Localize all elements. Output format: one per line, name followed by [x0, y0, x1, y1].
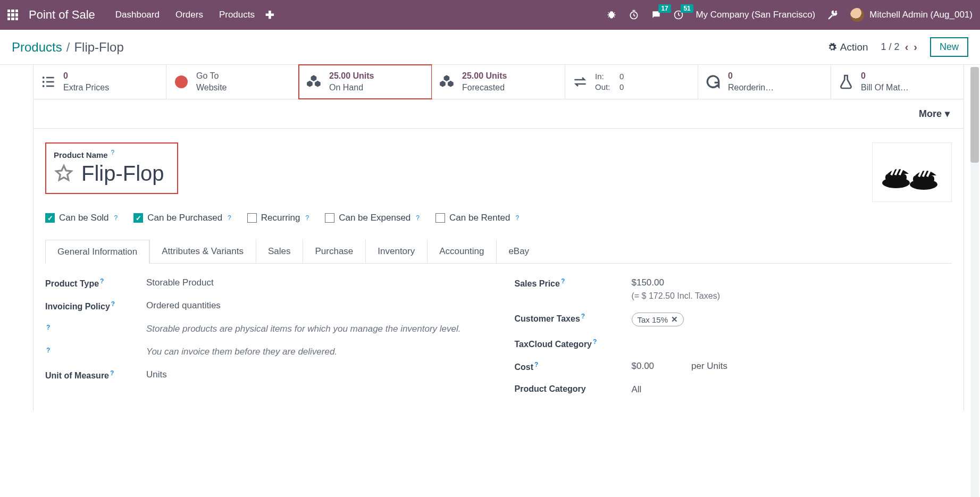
nav-dashboard[interactable]: Dashboard [115, 10, 160, 20]
add-menu-icon[interactable]: ✚ [265, 9, 274, 21]
check-can-be-purchased[interactable]: ✓Can be Purchased? [133, 213, 231, 223]
uom-value[interactable]: Units [146, 369, 483, 380]
stat-reordering-value: 0 [728, 70, 774, 82]
category-value[interactable]: All [632, 384, 952, 395]
activities-icon[interactable]: 51 [673, 10, 684, 20]
globe-icon [173, 73, 190, 90]
scrollbar-thumb[interactable] [970, 67, 979, 163]
check-can-be-expensed[interactable]: Can be Expensed? [325, 213, 420, 223]
messages-icon[interactable]: 17 [651, 10, 661, 20]
stat-on-hand-value: 25.00 Units [329, 70, 374, 82]
product-image[interactable] [872, 142, 952, 202]
user-menu[interactable]: Mitchell Admin (Aug_001) [850, 8, 973, 22]
field-sales-price: Sales Price? $150.00 (= $ 172.50 Incl. T… [515, 277, 952, 301]
help-icon[interactable]: ? [515, 214, 519, 222]
stat-forecasted[interactable]: 25.00 UnitsForecasted [432, 65, 565, 99]
stat-forecasted-value: 25.00 Units [462, 70, 507, 82]
favorite-star-icon[interactable] [54, 163, 74, 183]
sales-price-value[interactable]: $150.00 [632, 277, 952, 288]
more-button[interactable]: More ▾ [919, 108, 950, 120]
invoicing-value[interactable]: Ordered quantities [146, 300, 483, 311]
note2-text: You can invoice them before they are del… [146, 347, 483, 357]
sales-price-incl: (= $ 172.50 Incl. Taxes) [632, 291, 952, 301]
stat-extra-prices-value: 0 [63, 70, 109, 82]
help-icon[interactable]: ? [114, 214, 118, 222]
help-icon[interactable]: ? [111, 300, 115, 308]
product-form: Product Name ? Flip-Flop [33, 129, 964, 411]
stat-extra-prices[interactable]: 0Extra Prices [33, 65, 166, 99]
check-recurring[interactable]: Recurring? [247, 213, 309, 223]
cost-label: Cost [515, 363, 534, 372]
tab-attributes-variants[interactable]: Attributes & Variants [149, 239, 256, 263]
uom-label: Unit of Measure [45, 372, 109, 381]
product-type-value[interactable]: Storable Product [146, 277, 483, 288]
product-options: ✓Can be Sold? ✓Can be Purchased? Recurri… [45, 213, 952, 223]
tax-tag[interactable]: Tax 15%✕ [632, 313, 684, 326]
nav-products[interactable]: Products [219, 10, 255, 20]
app-brand[interactable]: Point of Sale [29, 8, 95, 22]
product-name-input[interactable]: Flip-Flop [81, 162, 164, 186]
stat-transfers[interactable]: In:0 Out:0 [565, 65, 698, 99]
svg-point-4 [43, 81, 45, 83]
stat-out-value: 0 [619, 82, 624, 92]
check-can-be-rented[interactable]: Can be Rented? [435, 213, 519, 223]
pager-text[interactable]: 1 / 2 [881, 41, 900, 53]
company-selector[interactable]: My Company (San Francisco) [696, 10, 815, 20]
stat-website[interactable]: Go ToWebsite [166, 65, 299, 99]
nav-orders[interactable]: Orders [175, 10, 203, 20]
stat-reordering-label: Reorderin… [728, 82, 774, 94]
vertical-scrollbar[interactable] [970, 67, 979, 411]
tab-general-information[interactable]: General Information [45, 240, 149, 264]
stat-reordering[interactable]: 0Reorderin… [698, 65, 831, 99]
svg-rect-5 [46, 81, 54, 83]
gear-icon [827, 43, 837, 52]
top-navbar: Point of Sale Dashboard Orders Products … [0, 0, 980, 30]
messages-badge: 17 [658, 4, 671, 13]
help-icon[interactable]: ? [110, 369, 114, 377]
svg-rect-7 [46, 86, 54, 87]
cost-value[interactable]: $0.00 [632, 361, 655, 372]
stat-on-hand[interactable]: 25.00 UnitsOn Hand [299, 65, 432, 99]
pager-next-icon[interactable]: › [914, 41, 917, 53]
help-icon[interactable]: ? [561, 277, 565, 285]
tab-purchase[interactable]: Purchase [303, 239, 365, 263]
tab-accounting[interactable]: Accounting [427, 239, 496, 263]
field-product-type: Product Type? Storable Product [45, 277, 483, 289]
stat-bom-label: Bill Of Mat… [861, 82, 909, 94]
check-can-be-sold[interactable]: ✓Can be Sold? [45, 213, 118, 223]
tab-inventory[interactable]: Inventory [365, 239, 427, 263]
help-icon[interactable]: ? [46, 347, 50, 354]
bug-icon[interactable] [606, 10, 617, 20]
help-icon[interactable]: ? [581, 313, 585, 320]
stat-out-label: Out: [595, 82, 614, 92]
taxcloud-label: TaxCloud Category [515, 340, 592, 349]
sales-price-label: Sales Price [515, 279, 560, 288]
help-icon[interactable]: ? [228, 214, 231, 222]
help-icon[interactable]: ? [46, 324, 50, 331]
help-icon[interactable]: ? [534, 361, 538, 368]
tab-sales[interactable]: Sales [256, 239, 303, 263]
tools-icon[interactable] [827, 9, 839, 21]
action-menu[interactable]: Action [827, 41, 868, 53]
field-note2: ? You can invoice them before they are d… [45, 347, 483, 358]
timer-icon[interactable] [629, 10, 639, 20]
remove-tag-icon[interactable]: ✕ [671, 315, 678, 324]
boxes-icon [306, 73, 323, 90]
help-icon[interactable]: ? [593, 338, 597, 346]
more-label: More [919, 108, 942, 120]
stat-bom[interactable]: 0Bill Of Mat… [831, 65, 964, 99]
nav-links: Dashboard Orders Products [115, 10, 255, 20]
apps-icon[interactable] [7, 10, 18, 20]
pager-prev-icon[interactable]: ‹ [905, 41, 909, 53]
check-purchased-label: Can be Purchased [147, 213, 222, 223]
breadcrumb-root[interactable]: Products [12, 40, 62, 55]
help-icon[interactable]: ? [305, 214, 309, 222]
product-image-icon [880, 151, 944, 193]
help-icon[interactable]: ? [416, 214, 420, 222]
check-rented-label: Can be Rented [449, 213, 510, 223]
svg-point-8 [175, 75, 188, 88]
new-button[interactable]: New [930, 37, 968, 57]
help-icon[interactable]: ? [111, 149, 115, 156]
help-icon[interactable]: ? [100, 277, 104, 285]
tab-ebay[interactable]: eBay [496, 239, 541, 263]
